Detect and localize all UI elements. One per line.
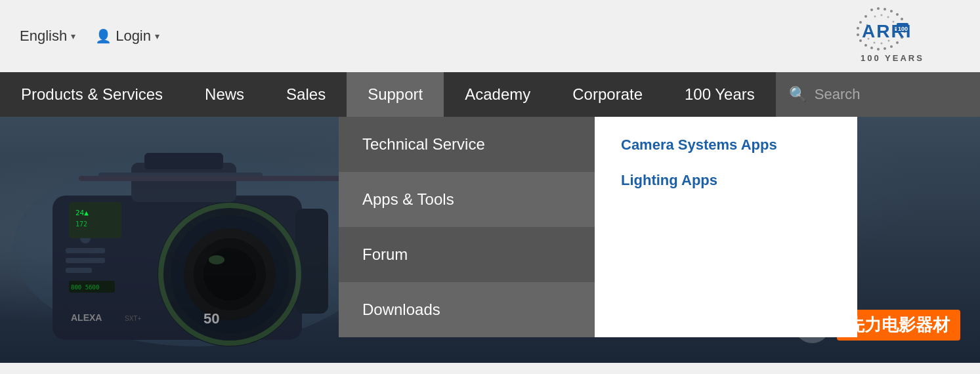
svg-point-2 (884, 8, 886, 10)
dropdown-left-panel: Technical Service Apps & Tools Forum Dow… (339, 117, 595, 337)
nav-label-100years: 100 Years (685, 85, 755, 104)
svg-point-28 (874, 42, 876, 44)
top-bar: English ▾ 👤 Login ▾ (0, 0, 980, 72)
svg-point-17 (857, 27, 859, 30)
svg-point-22 (887, 16, 889, 18)
user-icon: 👤 (95, 28, 112, 44)
svg-point-5 (901, 18, 903, 20)
svg-point-0 (870, 9, 873, 11)
nav-label-academy: Academy (465, 85, 530, 104)
svg-text:100 YEARS: 100 YEARS (861, 53, 924, 63)
nav-item-sales[interactable]: Sales (265, 72, 347, 117)
svg-text:ALEXA: ALEXA (71, 312, 102, 323)
nav-label-products: Products & Services (21, 85, 163, 104)
nav-item-news[interactable]: News (184, 72, 265, 117)
search-box[interactable]: 🔍 (776, 72, 980, 117)
dropdown-lighting-apps[interactable]: Lighting Apps (621, 172, 831, 189)
nav-item-products[interactable]: Products & Services (0, 72, 184, 117)
svg-point-46 (209, 255, 224, 264)
svg-text:24▲: 24▲ (75, 209, 89, 217)
dropdown-camera-systems-apps[interactable]: Camera Systems Apps (621, 136, 831, 154)
nav-label-support: Support (368, 85, 423, 104)
svg-text:172: 172 (75, 220, 87, 228)
support-dropdown: Technical Service Apps & Tools Forum Dow… (339, 117, 857, 337)
svg-text:800  5600: 800 5600 (71, 284, 99, 291)
dropdown-forum[interactable]: Forum (339, 227, 595, 282)
dropdown-technical-service[interactable]: Technical Service (339, 117, 595, 172)
language-selector[interactable]: English ▾ (20, 28, 75, 45)
arri-logo: ARRI 100 100 YEARS (842, 3, 960, 69)
svg-point-21 (881, 14, 883, 16)
login-selector[interactable]: 👤 Login ▾ (95, 28, 160, 45)
nav-item-100years[interactable]: 100 Years (664, 72, 776, 117)
nav-item-academy[interactable]: Academy (444, 72, 551, 117)
login-chevron: ▾ (155, 31, 160, 41)
svg-point-4 (896, 13, 899, 16)
nav-item-corporate[interactable]: Corporate (551, 72, 664, 117)
top-bar-left: English ▾ 👤 Login ▾ (20, 28, 160, 45)
nav-label-sales: Sales (286, 85, 326, 104)
nav-item-support[interactable]: Support (347, 72, 444, 117)
logo-area[interactable]: ARRI 100 100 YEARS (842, 3, 960, 69)
svg-rect-57 (295, 209, 328, 314)
svg-text:50: 50 (203, 310, 219, 327)
svg-rect-49 (66, 248, 105, 253)
search-input[interactable] (815, 86, 967, 103)
dropdown-right-panel: Camera Systems Apps Lighting Apps (595, 117, 857, 337)
dropdown-apps-tools[interactable]: Apps & Tools (339, 172, 595, 227)
login-label: Login (116, 28, 151, 45)
svg-rect-51 (66, 268, 92, 273)
nav-label-corporate: Corporate (572, 85, 643, 104)
language-chevron: ▾ (71, 31, 75, 41)
language-label: English (20, 28, 67, 45)
svg-text:SXT+: SXT+ (125, 315, 141, 322)
svg-point-13 (870, 47, 873, 49)
svg-point-1 (877, 7, 880, 10)
svg-point-3 (890, 10, 893, 12)
svg-rect-58 (79, 176, 354, 181)
svg-point-10 (890, 45, 893, 48)
svg-point-45 (203, 248, 256, 301)
svg-point-14 (864, 44, 867, 47)
dropdown-downloads[interactable]: Downloads (339, 282, 595, 337)
svg-point-16 (857, 33, 859, 36)
nav-label-news: News (205, 85, 244, 104)
search-icon: 🔍 (789, 86, 807, 103)
svg-point-12 (877, 48, 880, 51)
svg-point-9 (896, 41, 899, 44)
svg-rect-50 (66, 258, 105, 263)
svg-text:100: 100 (898, 26, 908, 32)
svg-point-19 (864, 15, 867, 18)
svg-point-20 (874, 16, 876, 18)
main-nav: Products & Services News Sales Support A… (0, 72, 980, 117)
svg-point-11 (884, 47, 886, 50)
svg-point-27 (881, 43, 883, 45)
svg-rect-39 (144, 153, 223, 169)
